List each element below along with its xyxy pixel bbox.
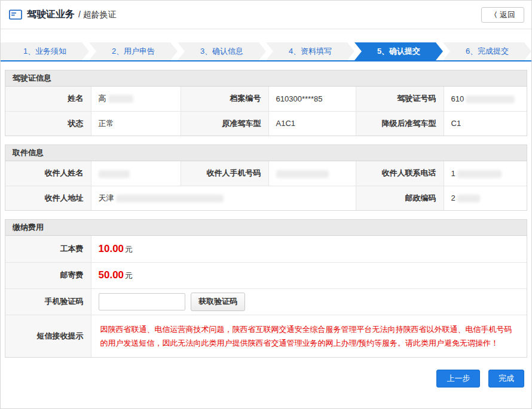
license-no-value: 610 bbox=[444, 87, 527, 111]
pickup-info-section: 取件信息 收件人姓名 收件人手机号码 收件人联系电话 1 bbox=[5, 144, 527, 211]
page: 驾驶证业务 / 超龄换证 〈 返回 1、业务须知 2、用户申告 3、确认信息 4… bbox=[0, 0, 532, 409]
recipient-name-value bbox=[91, 161, 181, 186]
redacted-text bbox=[276, 170, 329, 178]
step-label: 1、业务须知 bbox=[23, 47, 66, 56]
license-no-label: 驾驶证号码 bbox=[356, 87, 444, 111]
recipient-phone-label: 收件人联系电话 bbox=[356, 161, 444, 186]
step-6-finish[interactable]: 6、完成提交 bbox=[443, 42, 531, 60]
downgraded-class-value: C1 bbox=[444, 111, 527, 136]
cost-fee-unit: 元 bbox=[125, 245, 133, 254]
back-button-label: 返回 bbox=[500, 10, 515, 20]
address-label: 收件人地址 bbox=[5, 186, 91, 210]
recipient-name-label: 收件人姓名 bbox=[5, 161, 91, 186]
fees-table: 工本费 10.00元 邮寄费 50.00元 手机验证码 获取验证码 短信接收提 bbox=[5, 236, 527, 357]
license-info-table: 姓名 高 档案编号 610300****85 驾驶证号码 610 状态 正常 原… bbox=[5, 87, 527, 136]
postage-fee-label: 邮寄费 bbox=[5, 262, 91, 288]
sms-warning-text: 因陕西省联通、电信运营商技术问题，陕西省互联网交通安全综合服务管理平台无法向持陕… bbox=[100, 322, 518, 350]
pickup-info-table: 收件人姓名 收件人手机号码 收件人联系电话 1 收件人地址 天津 邮政编码 bbox=[5, 161, 527, 210]
file-no-label: 档案编号 bbox=[181, 87, 268, 111]
table-row: 姓名 高 档案编号 610300****85 驾驶证号码 610 bbox=[5, 87, 527, 111]
name-label: 姓名 bbox=[5, 87, 91, 111]
license-info-section: 驾驶证信息 姓名 高 档案编号 610300****85 驾驶证号码 610 状… bbox=[5, 70, 527, 136]
step-4-fill-form[interactable]: 4、资料填写 bbox=[266, 42, 354, 60]
cost-fee-label: 工本费 bbox=[5, 236, 91, 262]
table-row: 收件人地址 天津 邮政编码 2 bbox=[5, 186, 527, 210]
step-3-confirm-info[interactable]: 3、确认信息 bbox=[178, 42, 266, 60]
captcha-input[interactable] bbox=[99, 293, 185, 310]
recipient-phone-text: 1 bbox=[451, 169, 455, 178]
step-label: 2、用户申告 bbox=[112, 47, 155, 56]
finish-button[interactable]: 完成 bbox=[488, 370, 524, 388]
step-5-confirm-submit[interactable]: 5、确认提交 bbox=[354, 42, 443, 60]
step-1-notice[interactable]: 1、业务须知 bbox=[1, 42, 89, 60]
previous-step-button[interactable]: 上一步 bbox=[436, 370, 480, 388]
table-row: 工本费 10.00元 bbox=[5, 236, 527, 262]
section-title: 取件信息 bbox=[5, 145, 527, 161]
table-row: 收件人姓名 收件人手机号码 收件人联系电话 1 bbox=[5, 161, 527, 186]
table-row: 短信接收提示 因陕西省联通、电信运营商技术问题，陕西省互联网交通安全综合服务管理… bbox=[5, 315, 527, 357]
section-title: 缴纳费用 bbox=[5, 220, 527, 236]
step-label: 5、确认提交 bbox=[377, 47, 420, 56]
header: 驾驶证业务 / 超龄换证 〈 返回 bbox=[1, 1, 531, 29]
orig-class-value: A1C1 bbox=[268, 111, 356, 136]
file-no-value: 610300****85 bbox=[268, 87, 356, 111]
recipient-mobile-value bbox=[268, 161, 356, 186]
address-value: 天津 bbox=[91, 186, 356, 210]
get-captcha-button[interactable]: 获取验证码 bbox=[191, 293, 245, 311]
table-row: 状态 正常 原准驾车型 A1C1 降级后准驾车型 C1 bbox=[5, 111, 527, 136]
address-text: 天津 bbox=[99, 193, 114, 202]
orig-class-label: 原准驾车型 bbox=[181, 111, 268, 136]
step-label: 6、完成提交 bbox=[466, 47, 509, 56]
back-button[interactable]: 〈 返回 bbox=[481, 7, 524, 23]
footer-actions: 上一步 完成 bbox=[1, 358, 531, 388]
captcha-label: 手机验证码 bbox=[5, 288, 91, 315]
redacted-text bbox=[99, 170, 130, 178]
fees-section: 缴纳费用 工本费 10.00元 邮寄费 50.00元 手机验证码 bbox=[5, 219, 527, 358]
recipient-phone-value: 1 bbox=[444, 161, 527, 186]
status-label: 状态 bbox=[5, 111, 91, 136]
step-label: 3、确认信息 bbox=[200, 47, 243, 56]
section-title: 驾驶证信息 bbox=[5, 70, 527, 87]
cost-fee-value: 10.00元 bbox=[91, 236, 527, 262]
license-no-text: 610 bbox=[451, 94, 464, 103]
status-value: 正常 bbox=[91, 111, 181, 136]
downgraded-class-label: 降级后准驾车型 bbox=[356, 111, 444, 136]
cost-fee-amount: 10.00 bbox=[99, 243, 124, 254]
license-card-icon bbox=[9, 10, 22, 20]
table-row: 手机验证码 获取验证码 bbox=[5, 288, 527, 315]
sms-notice-label: 短信接收提示 bbox=[5, 315, 91, 357]
name-value: 高 bbox=[91, 87, 181, 111]
redacted-text bbox=[457, 170, 502, 178]
redacted-text bbox=[108, 95, 133, 103]
postage-fee-unit: 元 bbox=[125, 271, 133, 280]
sms-notice-cell: 因陕西省联通、电信运营商技术问题，陕西省互联网交通安全综合服务管理平台无法向持陕… bbox=[91, 315, 527, 357]
captcha-cell: 获取验证码 bbox=[91, 288, 527, 315]
redacted-text bbox=[457, 195, 480, 202]
page-subtitle: / 超龄换证 bbox=[78, 10, 117, 20]
postcode-text: 2 bbox=[451, 193, 455, 202]
step-wizard: 1、业务须知 2、用户申告 3、确认信息 4、资料填写 5、确认提交 6、完成提… bbox=[1, 42, 531, 61]
postage-fee-amount: 50.00 bbox=[99, 269, 124, 281]
recipient-mobile-label: 收件人手机号码 bbox=[181, 161, 268, 186]
name-text: 高 bbox=[99, 94, 106, 103]
postcode-label: 邮政编码 bbox=[356, 186, 444, 210]
postage-fee-value: 50.00元 bbox=[91, 262, 527, 288]
postcode-value: 2 bbox=[444, 186, 527, 210]
step-2-declaration[interactable]: 2、用户申告 bbox=[89, 42, 178, 60]
chevron-left-icon: 〈 bbox=[490, 10, 497, 20]
step-label: 4、资料填写 bbox=[289, 47, 332, 56]
redacted-text bbox=[116, 195, 224, 202]
redacted-text bbox=[466, 96, 515, 103]
table-row: 邮寄费 50.00元 bbox=[5, 262, 527, 288]
page-title: 驾驶证业务 bbox=[27, 8, 75, 21]
